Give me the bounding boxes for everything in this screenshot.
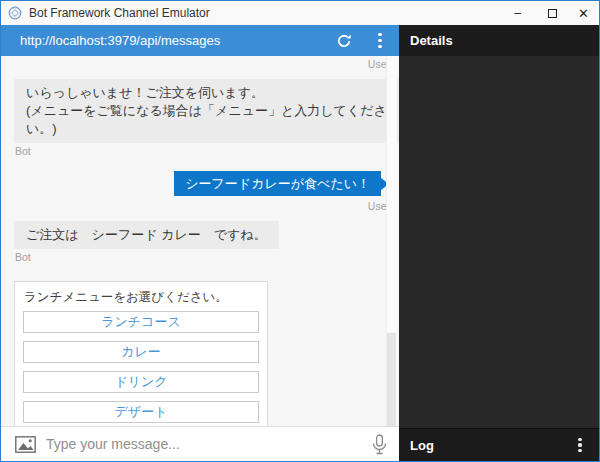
log-title: Log [410,438,571,453]
details-title: Details [410,33,453,48]
details-pane: Details Log [399,25,599,461]
menu-card-prompt: ランチメニューをお選びください。 [15,282,267,311]
chat-scrollbar[interactable] [386,56,397,426]
details-header: Details [399,25,599,56]
log-menu-button[interactable] [571,434,589,456]
chat-message-list[interactable]: User いらっしゃいませ！ご注文を伺います。 (メニューをご覧になる場合は「メ… [1,56,399,426]
kebab-dot [378,45,381,48]
bot-label: Bot [15,251,31,263]
address-bar: http://localhost:3979/api/messages [1,25,399,56]
minimize-button[interactable]: – [502,1,533,25]
refresh-icon [336,33,352,49]
address-menu-button[interactable] [371,30,389,52]
menu-button-lunch-course[interactable]: ランチコース [23,311,259,333]
endpoint-url[interactable]: http://localhost:3979/api/messages [20,33,333,48]
window-title: Bot Framework Channel Emulator [29,6,502,20]
bot-message: いらっしゃいませ！ご注文を伺います。 (メニューをご覧になる場合は「メニュー」と… [14,79,399,143]
bot-label: Bot [15,145,31,157]
details-content [399,56,599,428]
close-icon: ✕ [578,6,589,21]
minimize-icon: – [514,6,521,20]
chat-scrollbar-thumb[interactable] [387,333,396,426]
chat-pane: http://localhost:3979/api/messages User … [1,25,399,461]
kebab-dot [378,39,381,42]
app-window: Bot Framework Channel Emulator – ✕ http:… [0,0,600,462]
maximize-icon [548,9,557,18]
message-input[interactable] [46,436,372,452]
bot-framework-logo-icon [8,6,22,20]
kebab-dot [378,33,381,36]
upload-image-icon[interactable] [15,436,36,453]
kebab-dot [578,449,581,452]
bot-message: ご注文は シーフード カレー ですね。 [14,221,279,249]
menu-card: ランチメニューをお選びください。 ランチコース カレー ドリンク デザート [14,281,268,426]
title-bar: Bot Framework Channel Emulator – ✕ [1,1,599,25]
refresh-button[interactable] [333,30,355,52]
kebab-dot [578,443,581,446]
menu-button-dessert[interactable]: デザート [23,401,259,423]
message-composer [1,426,399,461]
menu-button-drink[interactable]: ドリンク [23,371,259,393]
kebab-dot [578,438,581,441]
close-button[interactable]: ✕ [568,1,599,25]
window-controls: – ✕ [502,1,599,25]
microphone-icon[interactable] [372,434,387,455]
maximize-button[interactable] [537,1,568,25]
log-bar: Log [399,428,599,461]
menu-button-curry[interactable]: カレー [23,341,259,363]
user-message: シーフードカレーが食べたい！ [174,171,381,196]
